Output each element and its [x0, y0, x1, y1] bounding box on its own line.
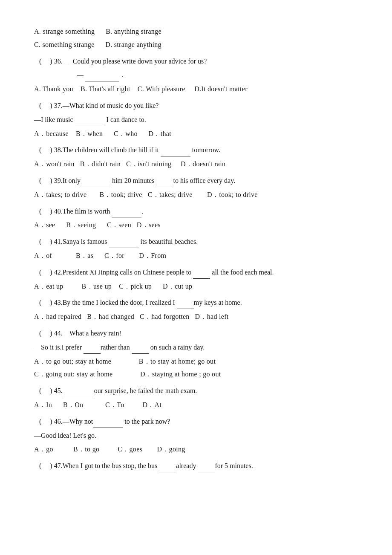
q41-question: 41.Sanya is famous its beautiful beaches… [54, 238, 198, 245]
q42-prompt: ( ) 42.President Xi Jinping calls on Chi… [34, 266, 358, 279]
q35-option-ab: A. strange something B. anything strange [34, 26, 358, 38]
q37-prompt: ( ) 37.—What kind of music do you like? [34, 100, 358, 112]
q41-prompt: ( ) 41.Sanya is famous its beautiful bea… [34, 236, 358, 248]
q44-question: 44.—What a heavy rain! [54, 330, 121, 337]
q46-options: A．go B．to go C．goes D．going [34, 443, 358, 456]
q45-prompt: ( ) 45. our surprise, he failed the math… [34, 385, 358, 397]
q45-block: ( ) 45. our surprise, he failed the math… [34, 385, 358, 411]
q39-block: ( ) 39.It only him 20 minutes to his off… [34, 175, 358, 201]
q38-paren: ( ) [34, 146, 52, 153]
q37-question: 37.—What kind of music do you like? [54, 102, 159, 109]
q46-block: ( ) 46.—Why not to the park now? —Good i… [34, 416, 358, 456]
q42-question: 42.President Xi Jinping calls on Chinese… [54, 269, 274, 276]
q45-question: 45. our surprise, he failed the math exa… [54, 387, 197, 394]
q40-question: 40.The film is worth . [54, 208, 144, 215]
q44-option-ab: A．to go out; stay at home B．to stay at h… [34, 356, 358, 368]
q47-question: 47.When I got to the bus stop, the bus a… [54, 462, 253, 469]
q44-option-cd: C．going out; stay at home D．staying at h… [34, 368, 358, 381]
q40-options: A．see B．seeing C．seen D．sees [34, 219, 358, 231]
q36-options: A. Thank you B. That's all right C. With… [34, 83, 358, 95]
q47-block: ( ) 47.When I got to the bus stop, the b… [34, 460, 358, 472]
q38-prompt: ( ) 38.The children will climb the hill … [34, 144, 358, 156]
q41-options: A．of B．as C．for D．From [34, 250, 358, 262]
q44-answer: —So it is.I prefer rather than on such a… [34, 341, 358, 354]
q37-answer: —I like music I can dance to. [34, 114, 358, 126]
q39-paren: ( ) [34, 177, 52, 184]
q39-prompt: ( ) 39.It only him 20 minutes to his off… [34, 175, 358, 187]
q43-block: ( ) 43.By the time I locked the door, I … [34, 297, 358, 323]
q47-paren: ( ) [34, 462, 52, 469]
q46-prompt: ( ) 46.—Why not to the park now? [34, 416, 358, 428]
q38-options: A．won't rain B．didn't rain C．isn't raini… [34, 158, 358, 171]
q44-prompt: ( ) 44.—What a heavy rain! [34, 327, 358, 340]
q40-paren: ( ) [34, 208, 52, 215]
q42-block: ( ) 42.President Xi Jinping calls on Chi… [34, 266, 358, 293]
q46-paren: ( ) [34, 418, 52, 425]
q39-options: A．takes; to drive B．took; drive C．takes;… [34, 189, 358, 201]
q43-question: 43.By the time I locked the door, I real… [54, 299, 242, 306]
q46-question: 46.—Why not to the park now? [54, 418, 170, 425]
q37-options: A．because B．when C．who D．that [34, 128, 358, 140]
q41-block: ( ) 41.Sanya is famous its beautiful bea… [34, 236, 358, 262]
q47-prompt: ( ) 47.When I got to the bus stop, the b… [34, 460, 358, 472]
q38-block: ( ) 38.The children will climb the hill … [34, 144, 358, 171]
q40-prompt: ( ) 40.The film is worth . [34, 205, 358, 218]
q35-options: A. strange something B. anything strange… [34, 26, 358, 51]
q40-block: ( ) 40.The film is worth . A．see B．seein… [34, 205, 358, 232]
q45-paren: ( ) [34, 387, 52, 394]
q43-options: A．had repaired B．had changed C．had forgo… [34, 311, 358, 323]
q44-paren: ( ) [34, 330, 52, 337]
q37-block: ( ) 37.—What kind of music do you like? … [34, 100, 358, 140]
q35-option-cd: C. something strange D. strange anything [34, 39, 358, 51]
q36-block: ( ) 36. — Could you please write down yo… [34, 55, 358, 95]
q46-answer: —Good idea! Let's go. [34, 430, 358, 442]
exam-content: A. strange something B. anything strange… [34, 26, 358, 472]
q38-question: 38.The children will climb the hill if i… [54, 146, 220, 153]
q36-answer-line: — . [34, 69, 358, 81]
q36-number: 36. — Could you please write down your a… [54, 58, 207, 65]
q43-paren: ( ) [34, 299, 52, 306]
q41-paren: ( ) [34, 238, 52, 245]
q44-block: ( ) 44.—What a heavy rain! —So it is.I p… [34, 327, 358, 381]
q45-options: A．In B．On C．To D．At [34, 399, 358, 411]
q39-question: 39.It only him 20 minutes to his office … [54, 177, 236, 184]
q42-paren: ( ) [34, 269, 52, 276]
q43-prompt: ( ) 43.By the time I locked the door, I … [34, 297, 358, 309]
q37-paren: ( ) [34, 102, 52, 109]
q42-options: A．eat up B．use up C．pick up D．cut up [34, 280, 358, 293]
q36-prompt: ( ) 36. — Could you please write down yo… [34, 55, 358, 68]
q36-paren-open: ( ) [34, 58, 52, 65]
